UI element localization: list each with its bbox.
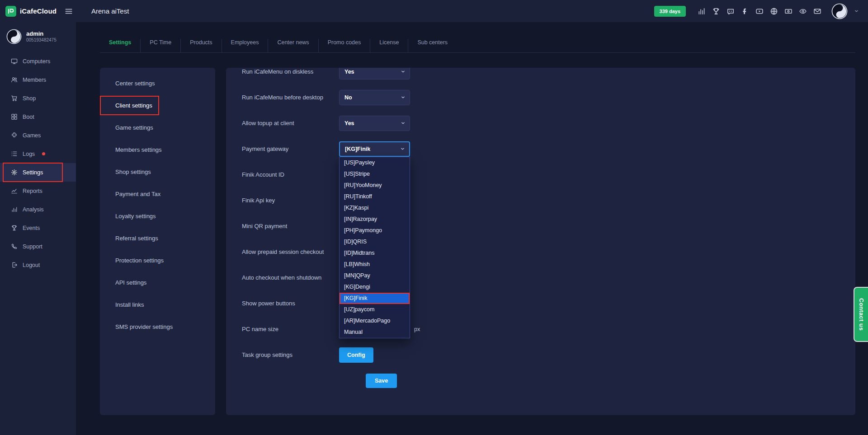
youtube-icon[interactable] (755, 7, 764, 15)
contact-us-tab[interactable]: Contact us (854, 288, 868, 341)
license-days-badge[interactable]: 339 days (654, 6, 686, 17)
tab-pc-time[interactable]: PC Time (141, 39, 181, 52)
menu-item-api-settings[interactable]: API settings (100, 271, 215, 294)
sidebar-item-logs[interactable]: Logs (0, 145, 76, 163)
settings-layout: Center settings Client settings Game set… (100, 68, 855, 415)
field-label: Run iCafeMenu on diskless (242, 68, 339, 75)
reviews-icon[interactable] (799, 7, 807, 15)
dropdown-option-stripe[interactable]: [US]Stripe (340, 168, 410, 180)
menu-item-members-settings[interactable]: Members settings (100, 139, 215, 161)
menu-item-sms-provider-settings[interactable]: SMS provider settings (100, 316, 215, 338)
save-button[interactable]: Save (366, 374, 397, 388)
sidebar-item-logout[interactable]: Logout (0, 256, 76, 274)
sidebar-item-games[interactable]: Games (0, 126, 76, 145)
field-label: Allow topup at client (242, 120, 339, 126)
sidebar-item-events[interactable]: Events (0, 219, 76, 237)
sidebar-item-label: Members (23, 77, 46, 83)
save-row: Save (242, 368, 855, 393)
dropdown-option-finik-selected[interactable]: [KG]Finik (340, 293, 410, 304)
sidebar-item-shop[interactable]: Shop (0, 89, 76, 108)
menu-item-game-settings[interactable]: Game settings (100, 117, 215, 139)
allow-topup-at-client-select[interactable]: Yes (339, 116, 410, 131)
dropdown-option-midtrans[interactable]: [ID]Midtrans (340, 248, 410, 259)
chevron-down-icon (400, 146, 405, 151)
field-label: Payment gateway (242, 145, 339, 152)
brand: iCafeCloud (0, 6, 76, 17)
field-label: Mini QR payment (242, 223, 339, 229)
chart-icon[interactable] (698, 7, 706, 15)
sidebar-item-computers[interactable]: Computers (0, 52, 76, 70)
menu-item-payment-and-tax[interactable]: Payment and Tax (100, 183, 215, 205)
field-label: Allow prepaid session checkout (242, 248, 339, 255)
menu-item-shop-settings[interactable]: Shop settings (100, 161, 215, 183)
menu-item-protection-settings[interactable]: Protection settings (100, 249, 215, 271)
dropdown-option-whish[interactable]: [LB]Whish (340, 259, 410, 270)
form-rows: Run iCafeMenu on diskless Yes Run iCafeM… (242, 68, 855, 393)
sidebar-item-label: Reports (23, 188, 42, 194)
tab-license[interactable]: License (370, 39, 408, 52)
sidebar-item-label: Logout (23, 262, 40, 268)
tab-promo-codes[interactable]: Promo codes (319, 39, 371, 52)
payment-terminal-icon[interactable] (784, 7, 793, 15)
config-button[interactable]: Config (339, 347, 373, 363)
user-avatar[interactable] (831, 3, 848, 19)
dropdown-option-razorpay[interactable]: [IN]Razorpay (340, 214, 410, 225)
dropdown-option-kaspi[interactable]: [KZ]Kaspi (340, 202, 410, 214)
menu-item-client-settings[interactable]: Client settings (100, 94, 215, 117)
tab-settings[interactable]: Settings (100, 39, 141, 52)
sidebar-item-settings[interactable]: Settings (0, 163, 76, 182)
dropdown-option-yoomoney[interactable]: [RU]YooMoney (340, 180, 410, 191)
select-value: Yes (344, 120, 354, 126)
field-label: PC name size (242, 326, 339, 332)
px-unit-label: px (414, 326, 420, 332)
users-icon (11, 76, 18, 83)
sidebar-item-members[interactable]: Members (0, 70, 76, 89)
user-id: 005193482475 (26, 37, 57, 43)
dropdown-option-qpay[interactable]: [MN]QPay (340, 270, 410, 281)
user-avatar-small (6, 29, 22, 44)
sidebar-item-label: Settings (23, 169, 43, 176)
sidebar-item-reports[interactable]: Reports (0, 182, 76, 200)
run-icafemenu-on-diskless-select[interactable]: Yes (339, 68, 410, 80)
form-row-task-group-settings: Task group settings Config (242, 342, 855, 368)
notification-dot (42, 152, 45, 155)
gear-icon (11, 169, 18, 176)
run-icafemenu-before-desktop-select[interactable]: No (339, 90, 410, 105)
dropdown-option-tinkoff[interactable]: [RU]Tinkoff (340, 191, 410, 202)
form-row-run-icafemenu-before-desktop: Run iCafeMenu before desktop No (242, 84, 855, 110)
menu-item-center-settings[interactable]: Center settings (100, 72, 215, 94)
tab-products[interactable]: Products (181, 39, 222, 52)
user-meta: admin 005193482475 (26, 30, 57, 43)
tab-employees[interactable]: Employees (222, 39, 269, 52)
sidebar-item-analysis[interactable]: Analysis (0, 200, 76, 219)
main-content: Settings PC Time Products Employees Cent… (76, 22, 868, 435)
dropdown-option-mercadopago[interactable]: [AR]MercadoPago (340, 315, 410, 327)
dropdown-option-paymongo[interactable]: [PH]Paymongo (340, 225, 410, 236)
form-row-mini-qr-payment: Mini QR payment (242, 213, 855, 239)
hamburger-menu-icon[interactable] (65, 7, 73, 15)
menu-item-install-links[interactable]: Install links (100, 294, 215, 316)
sidebar-item-boot[interactable]: Boot (0, 108, 76, 126)
dropdown-option-manual[interactable]: Manual (340, 327, 410, 338)
menu-item-referral-settings[interactable]: Referral settings (100, 227, 215, 249)
payment-gateway-select[interactable]: [KG]Finik (339, 141, 410, 157)
grid-icon (11, 113, 18, 120)
sidebar-item-support[interactable]: Support (0, 237, 76, 256)
discord-icon[interactable] (726, 7, 735, 15)
chevron-down-icon[interactable] (854, 9, 859, 14)
dropdown-option-paysley[interactable]: [US]Paysley (340, 157, 410, 168)
mail-icon[interactable] (813, 7, 821, 15)
menu-item-loyalty-settings[interactable]: Loyalty settings (100, 205, 215, 227)
facebook-icon[interactable] (741, 7, 749, 15)
globe-icon[interactable] (770, 7, 778, 15)
dropdown-option-qris[interactable]: [ID]QRIS (340, 236, 410, 248)
center-name: Arena aiTest (91, 7, 129, 15)
form-row-run-icafemenu-on-diskless: Run iCafeMenu on diskless Yes (242, 68, 855, 84)
tab-sub-centers[interactable]: Sub centers (408, 39, 457, 52)
dropdown-option-dengi[interactable]: [KG]Dengi (340, 281, 410, 293)
field-label: Auto checkout when shutdown (242, 274, 339, 281)
menu-item-label: Client settings (115, 102, 152, 109)
tab-center-news[interactable]: Center news (268, 39, 318, 52)
trophy-icon[interactable] (712, 7, 720, 15)
dropdown-option-paycom[interactable]: [UZ]paycom (340, 304, 410, 315)
